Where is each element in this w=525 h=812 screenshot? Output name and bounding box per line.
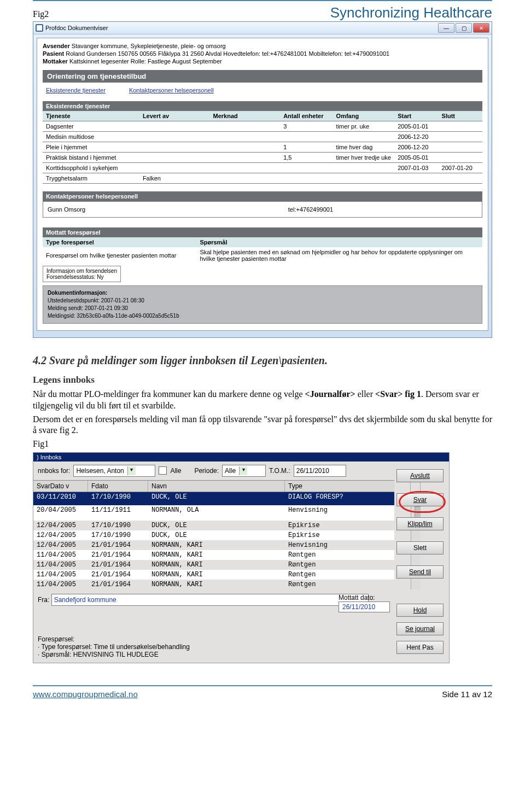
table-tjenester: Tjeneste Levert av Merknad Antall enhete… — [43, 111, 482, 184]
mottatt-dato-field[interactable]: 26/11/2010 — [339, 601, 390, 612]
list-item[interactable]: 12/04/200517/10/1990DUCK, OLEEpikrise — [33, 530, 394, 540]
profdoc-window: Profdoc Dokumentviser — ▢ ✕ Avsender Sta… — [33, 21, 492, 338]
minimize-button[interactable]: — — [438, 23, 454, 33]
list-item[interactable]: 11/04/200521/01/1964NORMANN, KARIRøntgen — [33, 570, 394, 580]
table-row: Pleie i hjemmet1time hver dag2006-12-20 — [43, 142, 482, 153]
table-forespor: Type forespørsel Spørsmål Forespørsel om… — [43, 237, 482, 264]
table-row: Praktisk bistand i hjemmet1,5timer hver … — [43, 153, 482, 163]
close-button[interactable]: ✕ — [473, 23, 489, 33]
meta-avsender: Avsender Stavanger kommune, Sykepleietje… — [43, 43, 482, 49]
innboks-for-label: nnboks for: — [38, 467, 70, 475]
periode-label: Periode: — [194, 467, 219, 475]
link-kontaktpersoner[interactable]: Kontaktpersoner helsepersonell — [129, 87, 214, 94]
fra-label: Fra: — [38, 596, 49, 604]
innboks-table-head: SvarDato v Fdato Navn Type — [33, 480, 394, 492]
avslutt-button[interactable]: Avslutt — [396, 469, 444, 482]
link-eksisterende[interactable]: Eksisterende tjenester — [46, 87, 106, 94]
figure-label-1: Fig1 — [33, 439, 492, 450]
sub-title: Legens innboks — [33, 375, 492, 385]
innboks-title: ) Innboks — [33, 453, 449, 462]
list-item[interactable]: 11/04/200521/01/1964NORMANN, KARIRøntgen — [33, 580, 394, 589]
forsendelse-info: Informasjon om forsendelsen Forsendelses… — [43, 266, 121, 282]
hold-button[interactable]: Hold — [396, 604, 444, 617]
tom-field[interactable]: 26/11/2010 — [294, 465, 346, 477]
list-item[interactable]: 12/04/200517/10/1990DUCK, OLEEpikrise — [33, 521, 394, 530]
hent-pas-button[interactable]: Hent Pas — [396, 641, 444, 654]
fra-field[interactable]: Sandefjord kommune — [51, 594, 369, 606]
table-row: Korttidsopphold i sykehjem2007-01-032007… — [43, 163, 482, 173]
mottatt-dato-block: Mottatt dato: 26/11/2010 — [339, 594, 390, 612]
list-item[interactable]: 03/11/201017/10/1990DUCK, OLEDIALOG FORE… — [33, 492, 394, 505]
footer-page: Side 11 av 12 — [442, 690, 492, 699]
paragraph-2: Dersom det er en forespørsels melding vi… — [33, 414, 492, 437]
innboks-for-combo[interactable]: Helsesen, Anton▾ — [73, 465, 155, 477]
se-journal-button[interactable]: Se journal — [396, 622, 444, 635]
window-title: Profdoc Dokumentviser — [45, 25, 437, 31]
slett-button[interactable]: Slett — [396, 541, 444, 554]
alle-label: Alle — [170, 467, 181, 475]
list-item[interactable]: 11/04/200521/01/1964NORMANN, KARIRøntgen — [33, 550, 394, 560]
periode-combo[interactable]: Alle▾ — [222, 465, 266, 477]
table-kontakt: Gunn Omsorg tel:+4762499001 — [43, 201, 482, 218]
list-item[interactable]: 11/04/200521/01/1964NORMANN, KARIRøntgen — [33, 560, 394, 570]
footer-url: www.compugroupmedical.no — [33, 690, 138, 699]
send-button[interactable]: Send til — [396, 565, 444, 579]
heading-kontaktpersoner: Kontaktpersoner helsepersonell — [43, 191, 482, 201]
dokumentinformasjon: Dokumentinformasjon: Utstedelsestidspunk… — [43, 285, 482, 324]
heading-mottatt-forespor: Mottatt forespørsel — [43, 227, 482, 237]
table-row: Dagsenter3timer pr. uke2005-01-01 — [43, 121, 482, 132]
paragraph-1: Når du mottar PLO-meldinger fra kommuner… — [33, 389, 492, 412]
list-item[interactable]: 12/04/200521/01/1964NORMANN, KARIHenvisn… — [33, 540, 394, 550]
titlebar[interactable]: Profdoc Dokumentviser — ▢ ✕ — [33, 22, 492, 34]
meta-pasient: Pasient Roland Gundersen 150765 00565 Fl… — [43, 50, 482, 57]
foresporsel-block: Forespørsel: · Type forespørsel: Time ti… — [33, 633, 449, 663]
svar-button[interactable]: Svar — [396, 493, 444, 506]
innboks-window: ) Innboks nnboks for: Helsesen, Anton▾ A… — [33, 452, 450, 663]
klipp-button[interactable]: Klipp/lim — [396, 517, 444, 530]
list-item[interactable]: 20/04/200511/11/1911NORMANN, OLAHenvisni… — [33, 505, 394, 521]
app-icon — [36, 24, 43, 32]
page-footer: www.compugroupmedical.no Side 11 av 12 — [33, 685, 492, 699]
alle-checkbox[interactable] — [159, 466, 167, 475]
chapter-title: 4.2 Svare på meldinger som ligger innbok… — [33, 354, 492, 367]
section-orientering: Orientering om tjenestetilbud — [43, 70, 482, 83]
meta-mottaker: Mottaker Kattskinnet legesenter Rolle: F… — [43, 58, 482, 65]
table-row: Medisin multidose2006-12-20 — [43, 132, 482, 142]
table-row: TrygghetsalarmFalken — [43, 173, 482, 184]
heading-eksisterende: Eksisterende tjenester — [43, 101, 482, 111]
tom-label: T.O.M.: — [269, 467, 290, 475]
maximize-button[interactable]: ▢ — [456, 23, 472, 33]
